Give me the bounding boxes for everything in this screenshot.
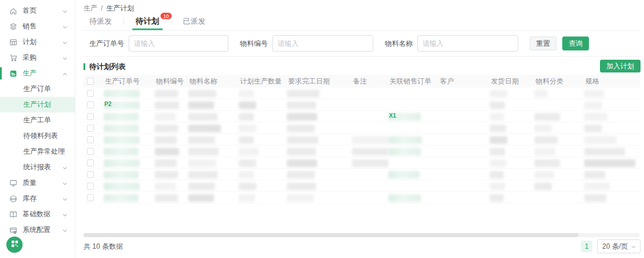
production-icon	[9, 70, 17, 78]
sidebar-item-report[interactable]: 统计报表	[0, 159, 75, 175]
sidebar-item-exception[interactable]: 生产异常处理	[0, 144, 75, 159]
sidebar-item-base-data[interactable]: 基础数据	[0, 206, 75, 222]
table-cell	[490, 157, 534, 169]
horizontal-scrollbar-thumb[interactable]	[83, 233, 578, 237]
column-header: 生产订单号	[104, 77, 155, 86]
qr-code-button[interactable]	[6, 237, 23, 253]
table-cell	[155, 99, 188, 111]
horizontal-scrollbar[interactable]	[83, 233, 639, 237]
row-checkbox[interactable]	[87, 194, 94, 201]
tab-dispatched[interactable]: 已派发	[180, 16, 209, 30]
sidebar-item-label: 生产异常处理	[23, 147, 68, 157]
table-row	[83, 192, 640, 204]
redacted-value	[584, 90, 604, 97]
table-cell	[155, 111, 188, 122]
chevron-down-icon	[62, 165, 68, 170]
table-cell	[239, 192, 287, 204]
sidebar-item-inventory[interactable]: 库存	[0, 191, 75, 206]
page-number-1[interactable]: 1	[581, 241, 592, 252]
row-checkbox[interactable]	[87, 148, 94, 155]
material-name-input[interactable]	[417, 35, 518, 52]
row-checkbox[interactable]	[87, 101, 94, 108]
table-cell	[534, 122, 584, 134]
filter-label: 物料编号	[240, 39, 268, 49]
table-cell	[439, 157, 490, 169]
column-header: 计划生产数量	[239, 77, 287, 86]
redacted-value	[534, 171, 554, 179]
redacted-value	[388, 136, 422, 144]
sidebar-item-label: 销售	[23, 21, 62, 31]
row-checkbox[interactable]	[87, 113, 94, 120]
table-cell	[490, 111, 534, 122]
list-title: 待计划列表	[89, 62, 126, 72]
redacted-value	[534, 90, 547, 97]
table-cell	[534, 157, 584, 169]
redacted-value	[388, 148, 421, 155]
table-cell	[287, 99, 352, 111]
row-checkbox[interactable]	[87, 90, 94, 97]
row-checkbox[interactable]	[87, 183, 94, 190]
visible-text-fragment: P2	[104, 101, 111, 107]
redacted-value	[490, 159, 506, 167]
table-cell	[188, 134, 239, 146]
sidebar-item-quality[interactable]: 质量	[0, 175, 75, 191]
table-cell	[239, 88, 287, 99]
row-checkbox[interactable]	[87, 125, 94, 132]
row-checkbox[interactable]	[87, 159, 94, 166]
search-button[interactable]: 查询	[562, 37, 589, 50]
table-cell	[155, 169, 188, 180]
redacted-value	[104, 113, 139, 121]
table-cell	[287, 192, 352, 204]
sidebar-item-production[interactable]: 生产	[0, 66, 75, 81]
production-order-no-input[interactable]	[129, 35, 228, 52]
add-to-plan-button[interactable]: 加入计划	[600, 60, 641, 72]
sidebar-item-sales[interactable]: 销售	[0, 19, 75, 34]
row-checkbox[interactable]	[87, 136, 94, 143]
redacted-value	[534, 159, 560, 167]
sidebar-item-production-plan[interactable]: 生产计划	[0, 97, 75, 112]
redacted-value	[287, 113, 317, 121]
table-cell	[239, 169, 287, 180]
tab-to-dispatch[interactable]: 待派发	[86, 16, 115, 30]
sidebar-item-system-config[interactable]: 系统配置	[0, 222, 75, 238]
redacted-value	[584, 159, 635, 167]
table-cell	[584, 192, 640, 204]
sidebar-item-label: 生产	[23, 68, 62, 78]
column-header: 要求完工日期	[287, 77, 352, 86]
page-size-select[interactable]: 20 条/页	[597, 239, 641, 253]
chevron-down-icon	[62, 227, 68, 233]
table-row	[83, 146, 640, 157]
pagination-bar: 共 10 条数据 1 20 条/页	[83, 237, 641, 258]
sidebar-item-work-order[interactable]: 生产工单	[0, 112, 75, 128]
table-cell: X1	[388, 111, 439, 122]
column-header: 发货日期	[490, 77, 534, 86]
redacted-value	[188, 148, 219, 155]
redacted-value	[104, 194, 139, 202]
row-checkbox[interactable]	[87, 171, 94, 178]
material-code-input[interactable]	[272, 35, 373, 52]
sidebar-item-home[interactable]: 首页	[0, 3, 75, 19]
select-all-checkbox[interactable]	[87, 78, 94, 85]
redacted-value	[534, 183, 552, 190]
row-checkbox-cell	[83, 99, 104, 111]
redacted-value	[287, 183, 316, 190]
table-cell	[188, 180, 239, 192]
breadcrumb-parent[interactable]: 生产	[83, 3, 97, 13]
sidebar-item-production-order[interactable]: 生产订单	[0, 81, 75, 97]
filter-field-production-order-no: 生产订单号	[89, 35, 228, 52]
table-header-row: 生产订单号物料编号物料名称计划生产数量要求完工日期备注关联销售订单客户发货日期物…	[83, 75, 640, 88]
table-cell	[239, 180, 287, 192]
sidebar-item-plan[interactable]: 计划	[0, 34, 75, 50]
reset-button[interactable]: 重置	[530, 37, 556, 50]
tab-label: 待派发	[89, 17, 112, 26]
sidebar-item-purchase[interactable]: 采购	[0, 50, 75, 66]
table-cell	[490, 146, 534, 157]
tab-count-badge: 10	[160, 12, 172, 20]
table-cell	[584, 134, 640, 146]
chevron-down-icon	[62, 8, 68, 14]
redacted-value	[534, 148, 555, 155]
table-cell	[104, 146, 155, 157]
base-data-icon	[9, 210, 17, 219]
tab-to-plan[interactable]: 待计划10	[132, 16, 163, 30]
sidebar-item-material-wait[interactable]: 待领料列表	[0, 128, 75, 144]
